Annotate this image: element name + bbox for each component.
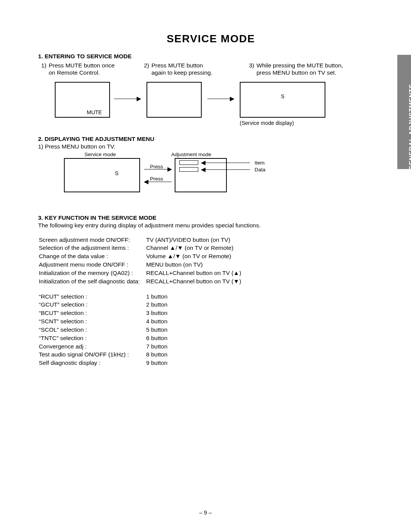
lbl-press1: Press (150, 163, 163, 170)
key-fn-label: “SCOL” selection : (39, 326, 145, 334)
screen1-label: MUTE (87, 109, 102, 116)
key-fn-label: Initialization of the self diagnostic da… (39, 278, 145, 285)
adj-data-box (179, 167, 198, 172)
key-fn-label: Convergence adj : (39, 343, 145, 350)
key-fn-value: 4 button (146, 318, 171, 325)
step1-l1: Press MUTE button once (49, 62, 115, 69)
step2-l1: Press MUTE button (151, 62, 203, 69)
lbl-press2: Press (150, 176, 163, 182)
key-fn-label: Adjustment menu mode ON/OFF : (39, 261, 145, 268)
step2-num: 2) (141, 62, 151, 69)
key-fn-label: Screen adjustment mode ON/OFF: (39, 236, 145, 244)
key-fn-value: 5 button (146, 326, 171, 334)
lbl-item: Item (255, 160, 264, 166)
key-fn-label: “GCUT” selection : (39, 301, 145, 308)
section1-heading: 1. ENTERING TO SERVICE MODE (38, 53, 384, 60)
step1-l2: on Remote Control. (49, 69, 100, 77)
step3-num: 3) (246, 62, 256, 69)
key-fn-label: “SCNT” selection : (39, 318, 145, 325)
screen3-label: S (281, 93, 284, 100)
section2-line: 1) Press MENU button on TV. (38, 143, 384, 150)
key-fn-label: “TNTC” selection : (39, 334, 145, 342)
arrow-data (201, 169, 250, 170)
key-fn-label: Initialization of the memory (QA02) : (39, 269, 145, 277)
key-fn-value: Channel ▲/▼ (on TV or Remote) (146, 244, 245, 252)
key-fn-value: TV (ANT)/VIDEO button (on TV) (146, 236, 245, 244)
key-fn-value: 1 button (146, 293, 171, 300)
entering-steps: 1)Press MUTE button once on Remote Contr… (38, 62, 369, 77)
lbl-data: Data (255, 166, 266, 173)
key-fn-label: Selection of the adjustment items : (39, 244, 145, 252)
step3-l2: press MENU button on TV set. (256, 69, 336, 77)
key-fn-label: “BCUT” selection : (39, 309, 145, 317)
side-tab-label: GENERAL ADJUSTMENTS (408, 84, 411, 170)
key-table-b: “RCUT” selection :1 button“GCUT” selecti… (38, 292, 172, 367)
arrow-item (201, 163, 250, 163)
key-fn-label: “RCUT” selection : (39, 293, 145, 300)
step1-num: 1) (38, 62, 49, 69)
page-title: SERVICE MODE (38, 32, 384, 46)
key-fn-value: Volume ▲/▼ (on TV or Remote) (146, 252, 245, 260)
section3-heading: 3. KEY FUNCTION IN THE SERVICE MODE (38, 214, 384, 222)
lbl-service-mode: Service mode (84, 151, 116, 158)
arrow-1 (114, 99, 141, 99)
key-fn-value: 7 button (146, 343, 171, 350)
key-fn-value: MENU button (on TV) (146, 261, 245, 268)
entering-diagram: MUTE S (Service mode display) (38, 82, 373, 128)
step2-l2: again to keep pressing. (151, 69, 212, 77)
key-fn-label: Test audio signal ON/OFF (1kHz) : (39, 351, 145, 358)
key-fn-value: 3 button (146, 309, 171, 317)
key-fn-label: Change of the data value : (39, 252, 145, 260)
adj-item-box (179, 160, 198, 165)
lbl-adj-mode: Adjustment mode (171, 151, 211, 158)
page-number: – 9 – (0, 509, 411, 516)
key-table-a: Screen adjustment mode ON/OFF:TV (ANT)/V… (38, 235, 246, 286)
svc-box-s: S (115, 170, 118, 177)
arrow-2 (207, 99, 234, 99)
step3-l1: While pressing the MUTE button, (256, 62, 343, 69)
screen3-caption: (Service mode display) (240, 120, 294, 127)
key-fn-value: 2 button (146, 301, 171, 308)
screen-box-2 (147, 82, 202, 118)
key-fn-label: Self diagnostic display : (39, 359, 145, 367)
adjustment-diagram: Service mode S Press Press Adjustment mo… (59, 151, 333, 195)
section3-intro: The following key entry during display o… (38, 222, 384, 229)
key-fn-value: 9 button (146, 359, 171, 367)
section2-heading: 2. DISPLAYING THE ADJUSTMENT MENU (38, 135, 384, 143)
key-fn-value: 8 button (146, 351, 171, 358)
key-fn-value: RECALL+Channel button on TV (▲) (146, 269, 245, 277)
svc-box (64, 158, 140, 192)
key-fn-value: RECALL+Channel button on TV (▼) (146, 278, 245, 285)
key-fn-value: 6 button (146, 334, 171, 342)
